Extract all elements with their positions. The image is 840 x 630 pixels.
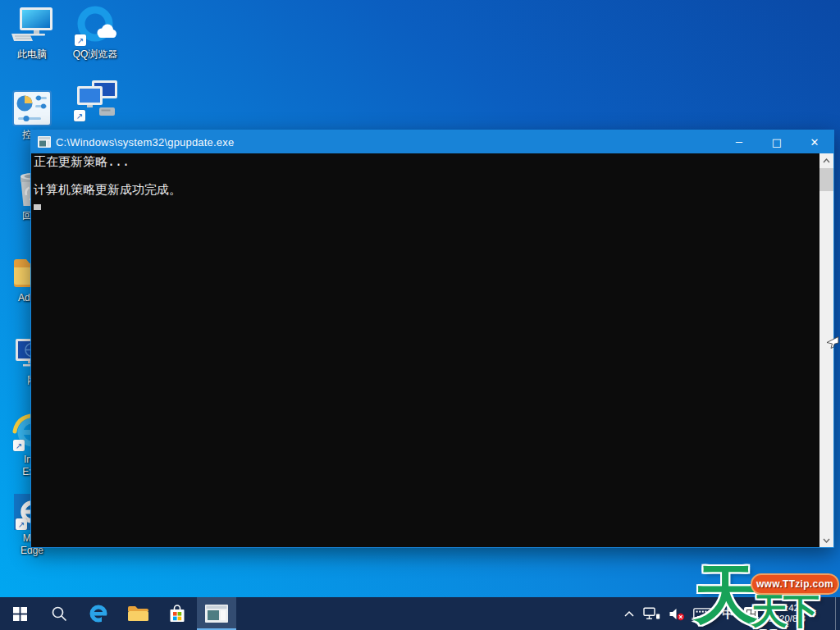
taskbar-edge-button[interactable] xyxy=(79,597,118,630)
taskbar: 中 22:42 2020/8/3 xyxy=(0,597,840,630)
this-pc-icon xyxy=(10,5,54,46)
keyboard-icon xyxy=(693,608,712,620)
tray-touch-keyboard[interactable] xyxy=(689,597,716,630)
microsoft-store-icon xyxy=(168,604,186,624)
minimize-button[interactable]: ─ xyxy=(720,130,758,153)
desktop: 此电脑 ↗ QQ浏览器 xyxy=(0,0,840,630)
shortcut-arrow-icon: ↗ xyxy=(16,518,27,530)
shortcut-arrow-icon: ↗ xyxy=(75,34,86,46)
shortcut-arrow-icon: ↗ xyxy=(13,440,25,451)
taskbar-console-button[interactable] xyxy=(197,597,236,630)
desktop-icon-qq-browser[interactable]: ↗ QQ浏览器 xyxy=(64,5,126,61)
scrollbar-thumb[interactable] xyxy=(819,168,833,191)
console-window: C:\Windows\system32\gpupdate.exe ─ □ ✕ 正… xyxy=(30,130,834,548)
console-output-line: 计算机策略更新成功完成。 xyxy=(34,183,819,197)
edge-icon xyxy=(88,603,109,624)
qq-browser-icon: ↗ xyxy=(73,5,117,46)
scrollbar-up-arrow[interactable] xyxy=(819,153,833,167)
shortcut-arrow-icon: ↗ xyxy=(74,110,85,121)
ime-mode-icon xyxy=(744,607,758,621)
search-icon xyxy=(51,605,67,622)
console-window-icon xyxy=(38,136,51,148)
show-desktop-button[interactable] xyxy=(835,597,840,630)
console-output[interactable]: 正在更新策略... 计算机策略更新成功完成。 xyxy=(31,153,819,547)
network-ethernet-icon xyxy=(643,607,660,621)
clock-date: 2020/8/3 xyxy=(769,614,806,624)
start-button[interactable] xyxy=(0,597,39,630)
console-titlebar[interactable]: C:\Windows\system32\gpupdate.exe ─ □ ✕ xyxy=(31,130,833,153)
tray-volume-muted[interactable] xyxy=(664,597,689,630)
speaker-muted-icon xyxy=(669,607,685,621)
tray-ime-mode[interactable] xyxy=(740,597,762,630)
tray-network[interactable] xyxy=(639,597,664,630)
console-app-icon xyxy=(205,605,228,623)
tray-action-center[interactable] xyxy=(812,597,835,630)
scrollbar-down-arrow[interactable] xyxy=(819,533,833,547)
console-cursor-line xyxy=(34,197,819,211)
clock-time: 22:42 xyxy=(769,603,806,614)
icon-label: 此电脑 xyxy=(17,48,47,61)
close-button[interactable]: ✕ xyxy=(796,130,833,153)
system-tray: 中 22:42 2020/8/3 xyxy=(619,597,840,630)
windows-logo-icon xyxy=(13,607,27,621)
tray-ime-language[interactable]: 中 xyxy=(716,597,740,630)
tray-clock[interactable]: 22:42 2020/8/3 xyxy=(762,597,812,630)
search-button[interactable] xyxy=(39,597,79,630)
network-computers-icon: ↗ xyxy=(72,80,118,121)
taskbar-store-button[interactable] xyxy=(158,597,197,630)
tray-show-hidden-icons[interactable] xyxy=(619,597,639,630)
icon-label: QQ浏览器 xyxy=(73,48,118,61)
watermark-site-badge: www.TTzip.com xyxy=(751,573,839,595)
console-cursor xyxy=(34,204,41,210)
desktop-icon-network-computers[interactable]: ↗ xyxy=(64,80,126,124)
console-scrollbar[interactable] xyxy=(819,153,833,547)
desktop-icon-this-pc[interactable]: 此电脑 xyxy=(1,5,63,61)
maximize-button[interactable]: □ xyxy=(758,130,796,153)
console-output-line: 正在更新策略... xyxy=(34,155,819,169)
control-panel-icon xyxy=(12,85,52,126)
console-blank-line xyxy=(34,169,819,183)
file-explorer-icon xyxy=(127,605,148,622)
window-title: C:\Windows\system32\gpupdate.exe xyxy=(56,136,720,148)
chevron-up-icon xyxy=(623,610,635,618)
taskbar-file-explorer-button[interactable] xyxy=(118,597,158,630)
